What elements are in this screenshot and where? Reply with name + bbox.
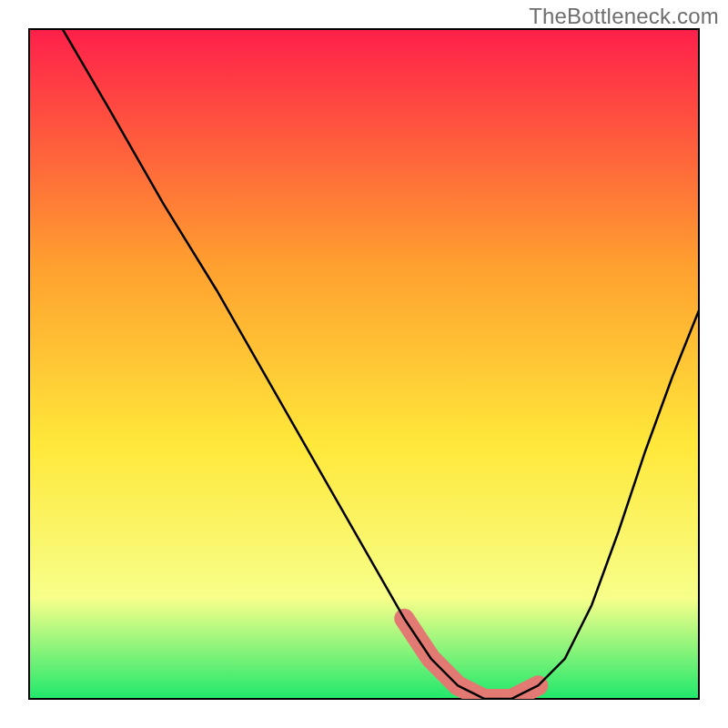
chart-svg [0, 0, 728, 728]
attribution-text: TheBottleneck.com [529, 4, 719, 29]
plot-background [29, 29, 699, 699]
chart-container: TheBottleneck.com [0, 0, 728, 728]
